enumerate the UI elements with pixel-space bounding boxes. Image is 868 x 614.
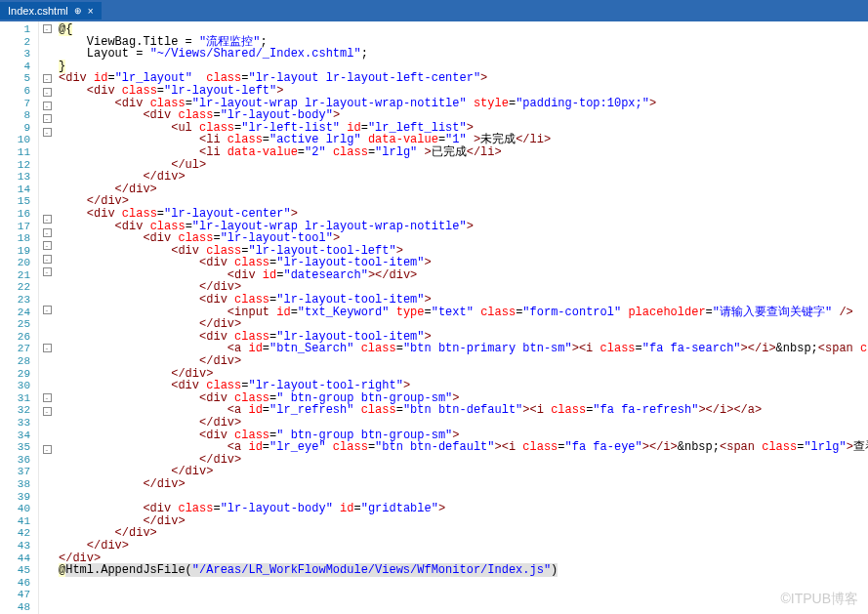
- fold-marker[interactable]: -: [39, 344, 55, 356]
- close-icon[interactable]: ×: [88, 6, 94, 17]
- line-number: 5: [0, 72, 30, 85]
- fold-marker: [39, 419, 55, 431]
- fold-marker: [39, 431, 55, 444]
- code-line[interactable]: </div>: [59, 540, 868, 553]
- line-number: 35: [0, 441, 30, 454]
- fold-marker[interactable]: -: [39, 228, 55, 241]
- fold-marker: [39, 355, 55, 368]
- line-number: 47: [0, 589, 30, 601]
- code-area[interactable]: @{ ViewBag.Title = "流程监控"; Layout = "~/V…: [55, 21, 868, 614]
- fold-marker[interactable]: -: [39, 267, 55, 280]
- line-number: 10: [0, 134, 30, 146]
- code-line[interactable]: </div>: [59, 184, 868, 196]
- fold-marker: [39, 580, 55, 593]
- fold-marker[interactable]: -: [39, 128, 55, 141]
- code-line[interactable]: @{: [59, 23, 868, 36]
- code-line[interactable]: <div class="lr-layout-tool-item">: [59, 257, 868, 269]
- line-number: 19: [0, 245, 30, 258]
- fold-marker: [39, 481, 55, 494]
- code-line[interactable]: </div>: [59, 527, 868, 540]
- code-line[interactable]: <div class="lr-layout-tool-right">: [59, 380, 868, 392]
- fold-marker: [39, 280, 55, 293]
- fold-marker: [39, 165, 55, 178]
- line-number: 14: [0, 184, 30, 196]
- code-line[interactable]: [59, 577, 868, 590]
- fold-marker[interactable]: -: [39, 114, 55, 127]
- fold-marker: [39, 177, 55, 189]
- line-number: 41: [0, 515, 30, 528]
- fold-marker: [39, 201, 55, 214]
- line-number: 36: [0, 454, 30, 467]
- line-number: 1: [0, 23, 30, 36]
- fold-marker: [39, 152, 55, 165]
- file-tab[interactable]: Index.cshtml ⊕ ×: [0, 2, 102, 20]
- line-number: 7: [0, 98, 30, 110]
- fold-marker[interactable]: -: [39, 74, 55, 87]
- fold-marker[interactable]: -: [39, 445, 55, 458]
- line-number: 30: [0, 380, 30, 392]
- fold-marker: [39, 381, 55, 393]
- fold-marker[interactable]: -: [39, 306, 55, 318]
- line-number: 16: [0, 208, 30, 221]
- code-line[interactable]: </div>: [59, 515, 868, 528]
- line-number: 20: [0, 257, 30, 269]
- line-number: 38: [0, 478, 30, 491]
- fold-marker[interactable]: -: [39, 407, 55, 420]
- line-number: 8: [0, 109, 30, 122]
- line-number: 37: [0, 466, 30, 478]
- fold-marker: [39, 555, 55, 568]
- fold-marker: [39, 49, 55, 61]
- fold-gutter: ----------------: [39, 21, 55, 614]
- line-number: 39: [0, 491, 30, 504]
- fold-marker[interactable]: -: [39, 215, 55, 227]
- line-number: 26: [0, 331, 30, 344]
- fold-marker: [39, 518, 55, 531]
- fold-marker: [39, 457, 55, 470]
- line-number: 15: [0, 195, 30, 208]
- line-number: 23: [0, 294, 30, 307]
- fold-marker: [39, 543, 55, 555]
- fold-marker[interactable]: -: [39, 393, 55, 406]
- pin-icon[interactable]: ⊕: [74, 6, 82, 16]
- code-line[interactable]: [59, 601, 868, 614]
- tab-bar: Index.cshtml ⊕ ×: [0, 0, 868, 21]
- line-number: 9: [0, 122, 30, 135]
- fold-marker: [39, 292, 55, 305]
- line-number: 31: [0, 392, 30, 405]
- code-line[interactable]: </div>: [59, 478, 868, 491]
- line-number: 22: [0, 281, 30, 294]
- code-line[interactable]: <a id="lr_eye" class="btn btn-default"><…: [59, 441, 868, 454]
- watermark: ©ITPUB博客: [780, 591, 858, 608]
- line-number: 28: [0, 355, 30, 368]
- line-number: 13: [0, 171, 30, 184]
- line-number: 46: [0, 577, 30, 590]
- fold-marker: [39, 61, 55, 74]
- fold-marker: [39, 140, 55, 152]
- line-number: 27: [0, 343, 30, 355]
- fold-marker[interactable]: -: [39, 255, 55, 267]
- fold-marker: [39, 507, 55, 519]
- fold-marker[interactable]: -: [39, 88, 55, 101]
- code-line[interactable]: @Html.AppendJsFile("/Areas/LR_WorkFlowMo…: [59, 564, 868, 577]
- fold-marker: [39, 37, 55, 50]
- code-line[interactable]: </div>: [59, 417, 868, 430]
- fold-marker[interactable]: -: [39, 24, 55, 37]
- code-line[interactable]: </div>: [59, 171, 868, 184]
- line-number: 33: [0, 417, 30, 430]
- line-number: 2: [0, 36, 30, 49]
- fold-marker[interactable]: -: [39, 102, 55, 114]
- line-number: 12: [0, 159, 30, 172]
- fold-marker: [39, 494, 55, 507]
- code-line[interactable]: Layout = "~/Views/Shared/_Index.cshtml";: [59, 48, 868, 61]
- fold-marker: [39, 593, 55, 605]
- editor: 1234567891011121314151617181920212223242…: [0, 21, 868, 614]
- code-line[interactable]: [59, 589, 868, 601]
- line-number-gutter: 1234567891011121314151617181920212223242…: [0, 21, 39, 614]
- code-line[interactable]: </div>: [59, 318, 868, 331]
- fold-marker: [39, 189, 55, 202]
- line-number: 3: [0, 48, 30, 61]
- fold-marker: [39, 604, 55, 614]
- fold-marker: [39, 531, 55, 544]
- fold-marker[interactable]: -: [39, 241, 55, 254]
- line-number: 21: [0, 269, 30, 282]
